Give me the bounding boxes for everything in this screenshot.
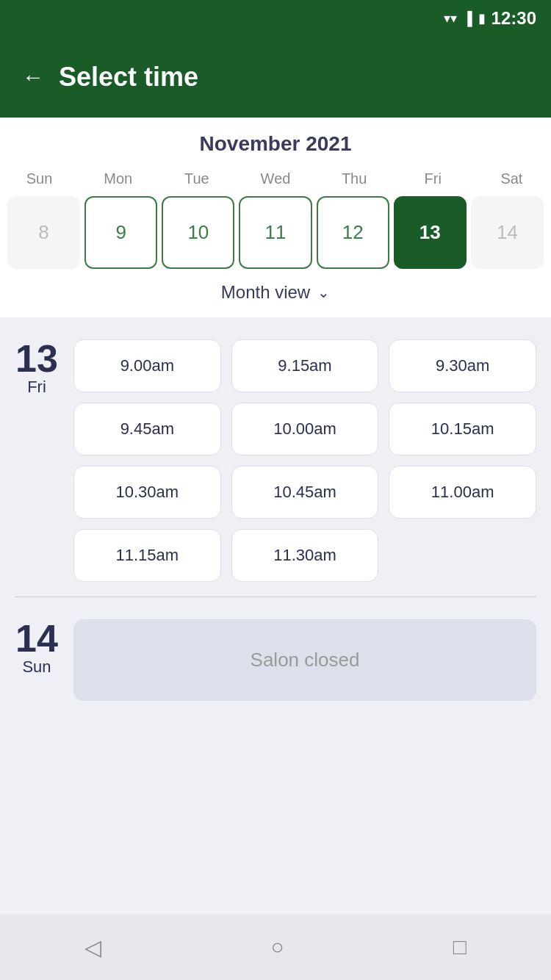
nav-back-button[interactable]: ◁ — [84, 934, 101, 960]
day-cell-11[interactable]: 11 — [239, 196, 311, 269]
nav-home-button[interactable]: ○ — [270, 934, 284, 959]
battery-icon: ▮ — [478, 10, 486, 26]
wifi-icon: ▾▾ — [444, 10, 457, 26]
status-bar: ▾▾ ▐ ▮ 12:30 — [0, 0, 551, 37]
date-label-14: 14 Sun — [15, 619, 59, 677]
signal-icon: ▐ — [463, 11, 472, 26]
date-row-14: 14 Sun Salon closed — [15, 619, 536, 701]
day-header-sat: Sat — [472, 170, 551, 187]
salon-closed-box: Salon closed — [73, 619, 536, 701]
section-divider — [15, 597, 536, 597]
date-day-13: Fri — [27, 378, 46, 397]
nav-recent-button[interactable]: □ — [453, 934, 467, 959]
time-slot-1045[interactable]: 10.45am — [231, 466, 379, 519]
time-slot-1115[interactable]: 11.15am — [73, 529, 221, 582]
time-slot-1015[interactable]: 10.15am — [389, 403, 536, 455]
time-slot-900[interactable]: 9.00am — [73, 339, 221, 392]
page-title: Select time — [59, 62, 198, 93]
day-cell-10[interactable]: 10 — [162, 196, 234, 269]
time-grid-13: 9.00am 9.15am 9.30am 9.45am 10.00am 10.1… — [73, 339, 536, 582]
status-icons: ▾▾ ▐ ▮ 12:30 — [444, 8, 536, 29]
time-slot-1000[interactable]: 10.00am — [231, 403, 379, 455]
day-header-mon: Mon — [79, 170, 157, 187]
calendar-section: November 2021 Sun Mon Tue Wed Thu Fri Sa… — [0, 118, 551, 317]
date-label-13: 13 Fri — [15, 339, 59, 397]
day-cell-14[interactable]: 14 — [471, 196, 544, 269]
time-slot-945[interactable]: 9.45am — [73, 403, 221, 455]
time-slot-930[interactable]: 9.30am — [389, 339, 536, 392]
time-section: 13 Fri 9.00am 9.15am 9.30am 9.45am 10.00… — [0, 317, 551, 723]
date-day-14: Sun — [22, 657, 51, 677]
day-header-wed: Wed — [236, 170, 314, 187]
time-slot-915[interactable]: 9.15am — [231, 339, 379, 392]
day-header-thu: Thu — [315, 170, 394, 187]
date-number-13: 13 — [15, 339, 58, 378]
month-view-label: Month view — [221, 282, 310, 303]
day-cell-12[interactable]: 12 — [317, 196, 389, 269]
time-slot-1130[interactable]: 11.30am — [231, 529, 379, 582]
day-cell-9[interactable]: 9 — [84, 196, 157, 269]
day-headers-row: Sun Mon Tue Wed Thu Fri Sat — [0, 170, 551, 187]
status-time: 12:30 — [491, 8, 536, 29]
date-row-13: 13 Fri 9.00am 9.15am 9.30am 9.45am 10.00… — [15, 339, 536, 582]
month-year-label: November 2021 — [0, 132, 551, 156]
day-cell-13[interactable]: 13 — [394, 196, 467, 269]
back-button[interactable]: ← — [22, 65, 44, 90]
month-view-toggle[interactable]: Month view ⌄ — [0, 269, 551, 310]
bottom-nav: ◁ ○ □ — [0, 914, 551, 980]
date-number-14: 14 — [15, 619, 58, 657]
time-slot-1100[interactable]: 11.00am — [389, 466, 536, 519]
day-header-sun: Sun — [0, 170, 79, 187]
app-header: ← Select time — [0, 37, 551, 118]
chevron-down-icon: ⌄ — [317, 284, 330, 301]
day-header-fri: Fri — [394, 170, 472, 187]
day-header-tue: Tue — [157, 170, 236, 187]
day-cells-row: 8 9 10 11 12 13 14 — [0, 196, 551, 269]
day-cell-8[interactable]: 8 — [7, 196, 80, 269]
time-slot-1030[interactable]: 10.30am — [73, 466, 221, 519]
